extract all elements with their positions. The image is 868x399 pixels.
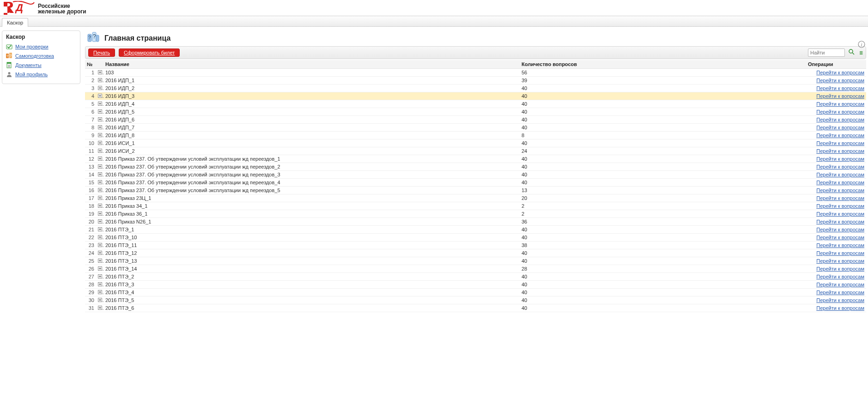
go-to-questions-link[interactable]: Перейти к вопросам (816, 250, 864, 256)
expand-icon[interactable] (98, 282, 102, 286)
expand-icon[interactable] (98, 235, 102, 239)
go-to-questions-link[interactable]: Перейти к вопросам (816, 85, 864, 91)
expand-icon[interactable] (98, 172, 102, 176)
expand-cell (96, 304, 103, 312)
form-ticket-button[interactable]: Сформировать билет (119, 48, 180, 57)
sidebar-item-self-train[interactable]: ??Самоподготовка (6, 51, 76, 60)
sidebar-item-label[interactable]: Документы (15, 62, 42, 68)
expand-icon[interactable] (98, 298, 102, 302)
sidebar-item-documents[interactable]: Документы (6, 60, 76, 70)
go-to-questions-link[interactable]: Перейти к вопросам (816, 172, 864, 177)
row-number: 25 (85, 257, 96, 265)
row-name: 2016 Приказ 237. Об утверждении условий … (103, 187, 520, 194)
row-name: 2016 ПТЭ_11 (103, 242, 520, 249)
go-to-questions-link[interactable]: Перейти к вопросам (816, 290, 864, 295)
question-icon: ?? (6, 53, 12, 59)
sidebar-item-label[interactable]: Самоподготовка (15, 53, 54, 59)
row-name: 2016 ПТЭ_2 (103, 273, 520, 281)
go-to-questions-link[interactable]: Перейти к вопросам (816, 70, 864, 75)
row-name: 2016 ПТЭ_12 (103, 249, 520, 257)
go-to-questions-link[interactable]: Перейти к вопросам (816, 117, 864, 122)
go-to-questions-link[interactable]: Перейти к вопросам (816, 274, 864, 279)
row-ops: Перейти к вопросам (806, 226, 866, 234)
search-icon[interactable] (849, 49, 855, 56)
expand-icon[interactable] (98, 141, 102, 145)
row-count: 40 (520, 100, 806, 108)
go-to-questions-link[interactable]: Перейти к вопросам (816, 148, 864, 154)
expand-icon[interactable] (98, 86, 102, 90)
expand-icon[interactable] (98, 164, 102, 169)
go-to-questions-link[interactable]: Перейти к вопросам (816, 164, 864, 169)
go-to-questions-link[interactable]: Перейти к вопросам (816, 211, 864, 217)
go-to-questions-link[interactable]: Перейти к вопросам (816, 93, 864, 99)
expand-icon[interactable] (98, 219, 102, 224)
expand-icon[interactable] (98, 306, 102, 310)
help-icon[interactable]: i (858, 41, 865, 48)
go-to-questions-link[interactable]: Перейти к вопросам (816, 297, 864, 303)
expand-icon[interactable] (98, 157, 102, 161)
row-count: 2 (520, 202, 806, 210)
expand-icon[interactable] (98, 251, 102, 255)
go-to-questions-link[interactable]: Перейти к вопросам (816, 258, 864, 264)
go-to-questions-link[interactable]: Перейти к вопросам (816, 140, 864, 146)
go-to-questions-link[interactable]: Перейти к вопросам (816, 282, 864, 287)
go-to-questions-link[interactable]: Перейти к вопросам (816, 180, 864, 185)
go-to-questions-link[interactable]: Перейти к вопросам (816, 266, 864, 272)
go-to-questions-link[interactable]: Перейти к вопросам (816, 195, 864, 201)
search-input[interactable] (808, 48, 845, 57)
row-count: 40 (520, 108, 806, 116)
th-num: № (85, 60, 103, 69)
go-to-questions-link[interactable]: Перейти к вопросам (816, 109, 864, 115)
sidebar-item-label[interactable]: Мои проверки (15, 44, 49, 49)
table-row: 202016 Приказ N26_136Перейти к вопросам (85, 218, 866, 226)
sidebar-item-profile[interactable]: Мой профиль (6, 70, 76, 79)
expand-icon[interactable] (98, 109, 102, 114)
expand-icon[interactable] (98, 243, 102, 247)
expand-icon[interactable] (98, 125, 102, 129)
expand-icon[interactable] (98, 204, 102, 208)
sidebar-item-my-checks[interactable]: Мои проверки (6, 42, 76, 51)
go-to-questions-link[interactable]: Перейти к вопросам (816, 78, 864, 83)
table-row: 22016 ИДП_139Перейти к вопросам (85, 77, 866, 85)
expand-icon[interactable] (98, 274, 102, 278)
row-ops: Перейти к вопросам (806, 210, 866, 218)
expand-icon[interactable] (98, 180, 102, 184)
go-to-questions-link[interactable]: Перейти к вопросам (816, 242, 864, 248)
expand-icon[interactable] (98, 149, 102, 153)
go-to-questions-link[interactable]: Перейти к вопросам (816, 133, 864, 138)
expand-icon[interactable] (98, 102, 102, 106)
print-button[interactable]: Печать (88, 48, 115, 57)
sidebar-title: Каскор (6, 34, 76, 40)
expand-icon[interactable] (98, 266, 102, 271)
sidebar-item-label[interactable]: Мой профиль (15, 72, 48, 77)
go-to-questions-link[interactable]: Перейти к вопросам (816, 227, 864, 232)
go-to-questions-link[interactable]: Перейти к вопросам (816, 219, 864, 224)
expand-icon[interactable] (98, 188, 102, 192)
go-to-questions-link[interactable]: Перейти к вопросам (816, 203, 864, 209)
search-dropdown-icon[interactable]: ≣ (859, 50, 863, 55)
expand-icon[interactable] (98, 78, 102, 82)
go-to-questions-link[interactable]: Перейти к вопросам (816, 125, 864, 130)
row-number: 5 (85, 100, 96, 108)
expand-icon[interactable] (98, 259, 102, 263)
row-name: 2016 ИДП_6 (103, 116, 520, 124)
table-row: 242016 ПТЭ_1240Перейти к вопросам (85, 249, 866, 257)
row-ops: Перейти к вопросам (806, 77, 866, 85)
expand-icon[interactable] (98, 117, 102, 121)
row-name: 2016 Приказ 36_1 (103, 210, 520, 218)
go-to-questions-link[interactable]: Перейти к вопросам (816, 187, 864, 193)
go-to-questions-link[interactable]: Перейти к вопросам (816, 156, 864, 162)
go-to-questions-link[interactable]: Перейти к вопросам (816, 235, 864, 240)
row-name: 2016 ИСИ_1 (103, 139, 520, 147)
expand-icon[interactable] (98, 94, 102, 98)
row-count: 40 (520, 289, 806, 296)
expand-icon[interactable] (98, 227, 102, 231)
expand-icon[interactable] (98, 196, 102, 200)
expand-icon[interactable] (98, 133, 102, 137)
expand-icon[interactable] (98, 212, 102, 216)
expand-icon[interactable] (98, 70, 102, 74)
expand-icon[interactable] (98, 290, 102, 294)
tab-kaskor[interactable]: Каскор (2, 18, 28, 27)
go-to-questions-link[interactable]: Перейти к вопросам (816, 305, 864, 311)
go-to-questions-link[interactable]: Перейти к вопросам (816, 101, 864, 107)
